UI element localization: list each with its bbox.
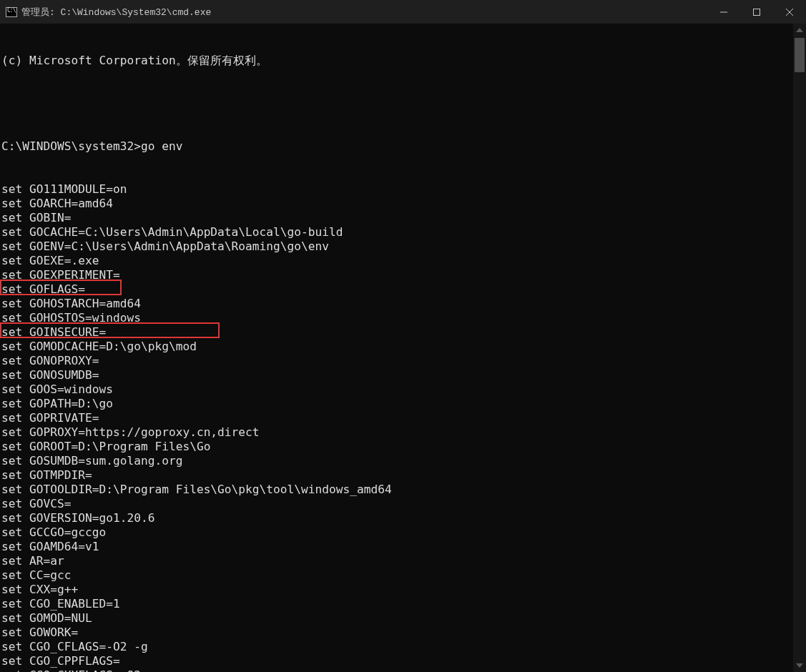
- output-line: set GOBIN=: [1, 211, 793, 225]
- output-line: set GOAMD64=v1: [1, 540, 793, 554]
- output-line: set GOFLAGS=: [1, 282, 793, 297]
- output-line: set AR=ar: [1, 554, 793, 568]
- command-output: set GO111MODULE=onset GOARCH=amd64set GO…: [1, 182, 793, 672]
- output-line: set GOOS=windows: [1, 382, 793, 397]
- scroll-up-button[interactable]: [793, 24, 806, 36]
- output-line: set GOSUMDB=sum.golang.org: [1, 454, 793, 468]
- output-line: set GOHOSTARCH=amd64: [1, 297, 793, 311]
- output-line: set GOMODCACHE=D:\go\pkg\mod: [1, 340, 793, 354]
- output-line: set GOROOT=D:\Program Files\Go: [1, 440, 793, 454]
- output-line: set GOMOD=NUL: [1, 611, 793, 626]
- maximize-button[interactable]: [740, 0, 773, 24]
- svg-marker-5: [796, 663, 803, 668]
- output-line: set GOPRIVATE=: [1, 411, 793, 425]
- terminal-area[interactable]: (c) Microsoft Corporation。保留所有权利。 C:\WIN…: [0, 24, 806, 672]
- output-line: set CXX=g++: [1, 583, 793, 597]
- output-line: set GOTMPDIR=: [1, 468, 793, 483]
- output-line: set GOENV=C:\Users\Admin\AppData\Roaming…: [1, 239, 793, 254]
- cmd-icon: [6, 7, 17, 17]
- window-title: 管理员: C:\Windows\System32\cmd.exe: [21, 6, 211, 19]
- scroll-thumb[interactable]: [795, 38, 805, 72]
- svg-rect-1: [754, 9, 760, 15]
- output-line: set GOVCS=: [1, 497, 793, 511]
- terminal-text[interactable]: (c) Microsoft Corporation。保留所有权利。 C:\WIN…: [0, 24, 793, 672]
- output-line: set GOWORK=: [1, 626, 793, 640]
- command-line: C:\WINDOWS\system32>go env: [1, 139, 793, 154]
- output-line: set GOTOOLDIR=D:\Program Files\Go\pkg\to…: [1, 483, 793, 497]
- output-line: set GOPATH=D:\go: [1, 397, 793, 411]
- output-line: set GOINSECURE=: [1, 325, 793, 340]
- vertical-scrollbar[interactable]: [793, 24, 806, 672]
- title-bar[interactable]: 管理员: C:\Windows\System32\cmd.exe: [0, 0, 806, 24]
- output-line: set CC=gcc: [1, 568, 793, 583]
- svg-marker-4: [796, 28, 803, 32]
- output-line: set GOCACHE=C:\Users\Admin\AppData\Local…: [1, 225, 793, 239]
- output-line: set GOHOSTOS=windows: [1, 311, 793, 325]
- output-line: set GOEXPERIMENT=: [1, 268, 793, 282]
- output-line: set GOVERSION=go1.20.6: [1, 511, 793, 525]
- blank-line: [1, 97, 793, 111]
- output-line: set CGO_ENABLED=1: [1, 597, 793, 611]
- minimize-button[interactable]: [707, 0, 740, 24]
- copyright-line: (c) Microsoft Corporation。保留所有权利。: [1, 54, 793, 68]
- output-line: set GOPROXY=https://goproxy.cn,direct: [1, 425, 793, 440]
- close-button[interactable]: [773, 0, 806, 24]
- typed-command: go env: [141, 139, 182, 154]
- output-line: set CGO_CFLAGS=-O2 -g: [1, 640, 793, 654]
- output-line: set CGO_CPPFLAGS=: [1, 654, 793, 668]
- output-line: set GCCGO=gccgo: [1, 525, 793, 540]
- prompt: C:\WINDOWS\system32>: [1, 139, 141, 154]
- output-line: set GONOPROXY=: [1, 354, 793, 368]
- scroll-down-button[interactable]: [793, 659, 806, 672]
- output-line: set CGO_CXXFLAGS=-O2 -g: [1, 668, 793, 672]
- output-line: set GOEXE=.exe: [1, 254, 793, 268]
- output-line: set GO111MODULE=on: [1, 182, 793, 197]
- output-line: set GONOSUMDB=: [1, 368, 793, 382]
- output-line: set GOARCH=amd64: [1, 197, 793, 211]
